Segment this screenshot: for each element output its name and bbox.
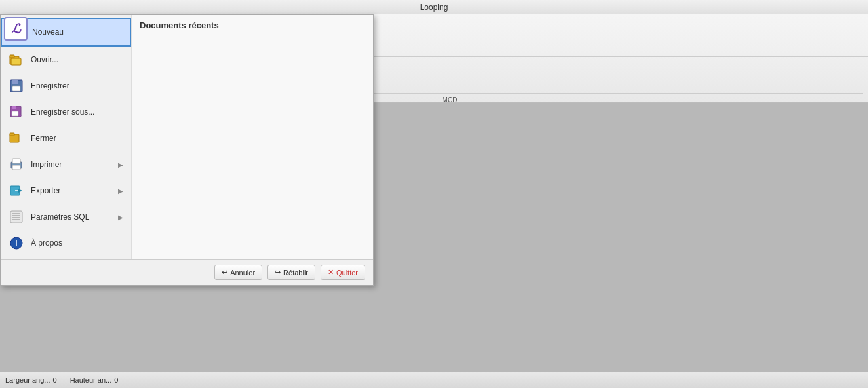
menu-sql-label: Paramètres SQL [31,212,111,222]
svg-rect-12 [12,106,16,109]
svg-rect-7 [11,58,21,65]
export-icon [9,183,24,199]
menu-item-a-propos[interactable]: i À propos [1,230,131,256]
svg-text:+: + [18,113,22,119]
quitter-button[interactable]: ✕ Quitter [321,265,365,280]
menu-item-parametres-sql[interactable]: Paramètres SQL ▶ [1,204,131,230]
menu-imprimer-label: Imprimer [31,160,111,169]
save-icon [9,78,24,94]
menu-enregistrer-sous-label: Enregistrer sous... [31,107,123,117]
svg-marker-21 [18,189,22,193]
menu-item-imprimer[interactable]: Imprimer ▶ [1,151,131,178]
print-icon [9,157,24,172]
open-icon [9,52,24,68]
svg-rect-10 [12,86,20,91]
about-icon: i [9,235,24,251]
sql-arrow: ▶ [118,214,123,221]
largeur-label: Largeur ang... [5,376,50,384]
menu-ouvrir-label: Ouvrir... [31,55,123,64]
hauteur-value: 0 [114,376,118,384]
sql-icon [9,209,24,225]
retablir-icon: ↪ [275,268,281,277]
quitter-icon: ✕ [328,268,334,277]
svg-rect-9 [12,80,18,84]
menu-item-enregistrer[interactable]: Enregistrer [1,73,131,99]
app-title: Looping [420,3,448,12]
annuler-button[interactable]: ↩ Annuler [214,265,262,280]
retablir-button[interactable]: ↪ Rétablir [267,265,315,280]
menu-exporter-label: Exporter [31,186,111,195]
documents-recents-title: Documents récents [140,20,365,30]
svg-text:i: i [15,239,17,248]
imprimer-arrow: ▶ [118,161,123,168]
svg-rect-13 [12,111,18,116]
menu-nouveau-label: Nouveau [32,28,122,37]
svg-rect-16 [10,133,14,136]
exporter-arrow: ▶ [118,187,123,195]
hauteur-label: Hauteur an... [70,376,112,384]
annuler-icon: ↩ [222,268,227,277]
app-logo-button[interactable]: ℒ [4,17,28,41]
file-menu-footer: ↩ Annuler ↪ Rétablir ✕ Quitter [1,259,373,285]
file-menu-right: Documents récents [132,15,373,259]
menu-item-ouvrir[interactable]: Ouvrir... [1,47,131,73]
saveas-icon: + [9,104,24,120]
menu-item-exporter[interactable]: Exporter ▶ [1,178,131,204]
svg-rect-6 [10,55,14,58]
largeur-value: 0 [53,376,57,384]
title-bar: Looping [0,0,868,14]
close-icon [9,130,24,146]
menu-fermer-label: Fermer [31,134,123,143]
file-menu-panel: Nouveau Ouvrir... [0,14,374,286]
svg-rect-19 [12,165,20,170]
svg-rect-18 [12,159,20,163]
menu-item-enregistrer-sous[interactable]: + Enregistrer sous... [1,99,131,125]
svg-rect-23 [10,211,22,223]
menu-item-fermer[interactable]: Fermer [1,125,131,151]
menu-a-propos-label: À propos [31,239,123,248]
menu-enregistrer-label: Enregistrer [31,81,123,90]
file-menu-left: Nouveau Ouvrir... [1,15,132,259]
status-bar: Largeur ang... 0 Hauteur an... 0 [0,372,868,388]
